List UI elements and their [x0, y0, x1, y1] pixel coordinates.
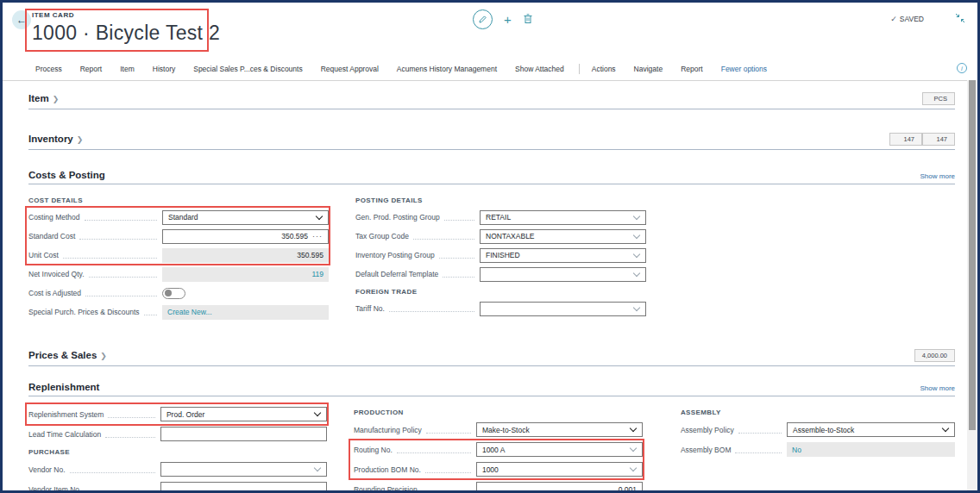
- trash-icon: [523, 13, 533, 24]
- assembly-policy-value: Assemble-to-Stock: [793, 426, 854, 434]
- section-prices-sales-header[interactable]: Prices & Sales❯: [28, 346, 107, 362]
- production-column: PRODUCTION Manufacturing Policy Make-to-…: [354, 404, 643, 493]
- menu-history[interactable]: History: [153, 65, 175, 73]
- menu-request-approval[interactable]: Request Approval: [321, 65, 379, 73]
- chevron-down-icon: [633, 303, 640, 310]
- item-card-window: ← ITEM CARD 1000 · Bicycle Test 2 + ✓SAV…: [0, 0, 980, 493]
- dotted-leader: [70, 466, 155, 473]
- costs-posting-show-more[interactable]: Show more: [920, 172, 955, 180]
- lead-time-calculation-input[interactable]: [160, 427, 327, 441]
- dotted-leader: [85, 290, 157, 296]
- dotted-leader: [422, 486, 471, 493]
- vendor-no-lookup[interactable]: [160, 462, 327, 477]
- routing-no-lookup[interactable]: 1000 A: [476, 442, 643, 457]
- assembly-bom-value[interactable]: No: [792, 446, 801, 454]
- menu-acumens-history[interactable]: Acumens History Management: [397, 65, 497, 73]
- rounding-precision-input[interactable]: 0.001: [476, 482, 643, 493]
- gen-prod-posting-group-row: Gen. Prod. Posting Group RETAIL: [355, 208, 646, 227]
- dotted-leader: [389, 305, 474, 312]
- unit-cost-value: 350.595: [297, 251, 324, 259]
- tax-group-code-label: Tax Group Code: [355, 232, 409, 240]
- default-deferral-template-label: Default Deferral Template: [355, 270, 438, 278]
- tariff-no-lookup[interactable]: [480, 302, 646, 316]
- dotted-leader: [397, 446, 471, 453]
- vertical-scrollbar[interactable]: [967, 80, 977, 493]
- create-new-link[interactable]: Create New...: [167, 308, 212, 316]
- routing-no-value: 1000 A: [482, 446, 505, 454]
- vendor-item-no-input[interactable]: [160, 482, 327, 493]
- chevron-down-icon: [630, 445, 637, 452]
- prices-sales-badge[interactable]: 4,000.00: [914, 349, 955, 362]
- menu-actions[interactable]: Actions: [592, 65, 616, 73]
- replenishment-system-label: Replenishment System: [28, 410, 104, 419]
- replenishment-system-row: Replenishment System Prod. Order: [28, 404, 327, 424]
- costing-method-select[interactable]: Standard: [162, 210, 329, 225]
- item-uom-badge[interactable]: PCS: [922, 92, 955, 105]
- menu-item[interactable]: Item: [120, 65, 135, 73]
- saved-label: SAVED: [900, 15, 924, 23]
- net-invoiced-qty-value[interactable]: 119: [311, 270, 324, 278]
- foreign-trade-caption: FOREIGN TRADE: [355, 284, 646, 299]
- page-title: 1000 · Bicycle Test 2: [32, 22, 220, 45]
- tax-group-code-value: NONTAXABLE: [486, 232, 535, 240]
- fewer-options-link[interactable]: Fewer options: [721, 65, 767, 73]
- dotted-leader: [426, 427, 471, 434]
- assembly-policy-select[interactable]: Assemble-to-Stock: [787, 422, 955, 437]
- standard-cost-input[interactable]: 350.595···: [162, 229, 329, 244]
- plus-icon: +: [504, 12, 512, 27]
- menu-special-sales[interactable]: Special Sales P...ces & Discounts: [193, 65, 302, 73]
- menu-show-attached[interactable]: Show Attached: [515, 65, 564, 73]
- inventory-badge-2[interactable]: 147: [922, 133, 955, 146]
- replenishment-system-select[interactable]: Prod. Order: [160, 407, 327, 421]
- chevron-right-icon: ❯: [53, 95, 60, 103]
- tax-group-code-lookup[interactable]: NONTAXABLE: [480, 229, 646, 244]
- collapse-header-button[interactable]: [955, 11, 965, 27]
- section-item-header[interactable]: Item❯: [28, 90, 59, 105]
- gen-prod-posting-group-lookup[interactable]: RETAIL: [480, 210, 646, 225]
- manufacturing-policy-select[interactable]: Make-to-Stock: [476, 422, 643, 437]
- section-inventory-header[interactable]: Inventory❯: [28, 130, 83, 146]
- delete-button[interactable]: [523, 12, 533, 28]
- inventory-posting-group-label: Inventory Posting Group: [355, 251, 435, 259]
- production-bom-no-lookup[interactable]: 1000: [476, 462, 643, 477]
- posting-details-caption: POSTING DETAILS: [355, 192, 646, 208]
- net-invoiced-qty-label: Net Invoiced Qty.: [28, 270, 85, 278]
- standard-cost-value: 350.595: [281, 232, 308, 240]
- menu-report-2[interactable]: Report: [681, 65, 703, 73]
- tariff-no-row: Tariff No.: [355, 299, 646, 318]
- info-icon[interactable]: i: [957, 63, 967, 73]
- menu-process[interactable]: Process: [35, 65, 62, 73]
- action-ribbon: Process Report Item History Special Sale…: [3, 58, 977, 81]
- replenishment-show-more[interactable]: Show more: [920, 384, 955, 392]
- dotted-leader: [105, 431, 155, 438]
- replenishment-left-column: Replenishment System Prod. Order Lead Ti…: [28, 404, 327, 493]
- header-status: ✓SAVED: [890, 11, 965, 27]
- default-deferral-template-lookup[interactable]: [480, 267, 646, 282]
- costs-posting-columns: COST DETAILS Costing Method Standard Sta…: [28, 192, 955, 321]
- cost-is-adjusted-toggle[interactable]: [162, 288, 185, 299]
- chevron-right-icon: ❯: [77, 135, 84, 144]
- menu-report[interactable]: Report: [80, 65, 103, 73]
- back-button[interactable]: ←: [12, 10, 31, 29]
- section-replenishment-title[interactable]: Replenishment: [28, 382, 99, 392]
- manufacturing-policy-label: Manufacturing Policy: [354, 426, 422, 434]
- vendor-item-no-row: Vendor Item No.: [28, 479, 327, 493]
- special-purch-row: Special Purch. Prices & Discounts Create…: [28, 303, 329, 321]
- new-button[interactable]: +: [504, 12, 512, 27]
- assist-edit-button[interactable]: ···: [312, 232, 323, 240]
- production-bom-no-row: Production BOM No. 1000: [354, 459, 643, 479]
- edit-button[interactable]: [473, 9, 493, 29]
- cost-is-adjusted-cell: [162, 286, 329, 301]
- production-bom-no-value: 1000: [482, 465, 499, 474]
- section-costs-posting-title[interactable]: Costs & Posting: [28, 170, 105, 180]
- replenishment-columns: Replenishment System Prod. Order Lead Ti…: [28, 404, 955, 493]
- inventory-posting-group-lookup[interactable]: FINISHED: [480, 248, 646, 263]
- scrollbar-thumb[interactable]: [969, 80, 976, 430]
- dotted-leader: [443, 271, 474, 278]
- production-highlight-group: Routing No. 1000 A Production BOM No. 10…: [354, 440, 643, 479]
- inventory-badge-1[interactable]: 147: [889, 133, 922, 146]
- menu-navigate[interactable]: Navigate: [634, 65, 663, 73]
- manufacturing-policy-row: Manufacturing Policy Make-to-Stock: [354, 420, 643, 440]
- ribbon-divider: [579, 64, 580, 74]
- special-purch-label: Special Purch. Prices & Discounts: [28, 308, 140, 316]
